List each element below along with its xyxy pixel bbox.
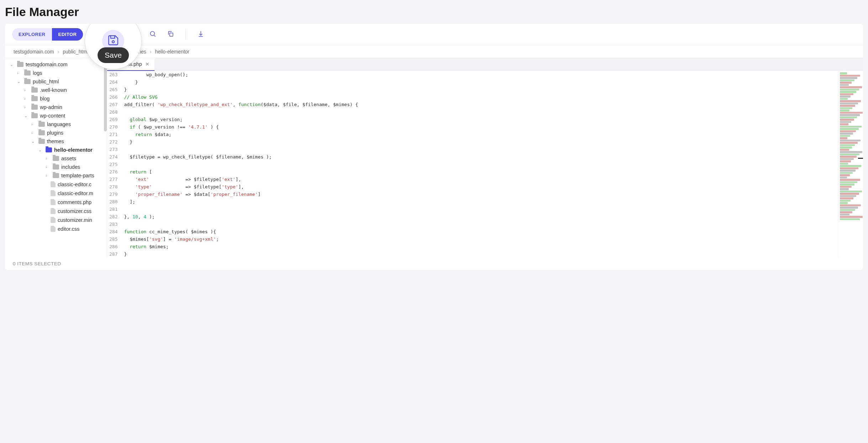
tree-folder-active[interactable]: ⌄hello-elementor xyxy=(5,146,107,154)
status-bar: 0 ITEMS SELECTED xyxy=(5,257,863,270)
tree-file[interactable]: classic-editor.m xyxy=(5,189,107,198)
folder-icon xyxy=(24,79,31,84)
chevron-right-icon[interactable]: › xyxy=(46,173,51,178)
tree-folder[interactable]: ›plugins xyxy=(5,129,107,137)
folder-icon xyxy=(53,173,59,178)
folder-icon xyxy=(53,165,59,170)
toolbar-divider xyxy=(185,30,186,40)
breadcrumb-item[interactable]: public_html xyxy=(63,49,88,54)
chevron-right-icon[interactable]: › xyxy=(46,165,51,169)
tree-folder[interactable]: ›template-parts xyxy=(5,171,107,180)
tree-file[interactable]: comments.php xyxy=(5,198,107,207)
tree-folder[interactable]: ⌄themes xyxy=(5,137,107,146)
chevron-right-icon[interactable]: › xyxy=(24,105,29,109)
svg-rect-2 xyxy=(170,33,173,36)
file-icon xyxy=(51,208,56,214)
file-icon xyxy=(51,181,56,187)
close-icon[interactable]: ✕ xyxy=(145,61,150,67)
folder-icon xyxy=(31,88,38,93)
folder-icon xyxy=(24,71,31,75)
tree-folder[interactable]: ›logs xyxy=(5,69,107,77)
tree-folder[interactable]: ›blog xyxy=(5,94,107,103)
file-icon xyxy=(51,226,56,232)
tree-scrollbar[interactable] xyxy=(104,60,107,131)
toolbar: EXPLORER EDITOR xyxy=(5,24,863,45)
tree-file[interactable]: customizer.min xyxy=(5,215,107,224)
chevron-right-icon[interactable]: › xyxy=(17,71,22,75)
editor-tab[interactable]: EDITOR xyxy=(52,28,83,41)
page-title: File Manager xyxy=(5,5,863,19)
chevron-down-icon[interactable]: ⌄ xyxy=(17,79,22,84)
tree-folder[interactable]: ⌄public_html xyxy=(5,77,107,86)
search-icon xyxy=(149,30,156,39)
folder-icon xyxy=(17,62,23,67)
save-icon xyxy=(107,34,119,48)
save-tooltip: Save xyxy=(98,47,129,63)
resize-handle[interactable] xyxy=(858,158,863,159)
folder-icon xyxy=(46,147,52,152)
file-icon xyxy=(51,217,56,223)
tree-folder[interactable]: ›languages xyxy=(5,120,107,129)
explorer-tab[interactable]: EXPLORER xyxy=(12,28,52,41)
download-button[interactable] xyxy=(197,30,205,39)
chevron-down-icon[interactable]: ⌄ xyxy=(31,139,36,144)
chevron-down-icon[interactable]: ⌄ xyxy=(10,62,15,67)
tree-file[interactable]: classic-editor.c xyxy=(5,180,107,189)
breadcrumb-item[interactable]: testsgdomain.com xyxy=(14,49,54,54)
line-gutter: 2632642652662672682692702712722732742752… xyxy=(107,71,121,257)
chevron-right-icon[interactable]: › xyxy=(24,88,29,92)
svg-point-1 xyxy=(151,31,155,36)
tree-folder[interactable]: ›assets xyxy=(5,154,107,163)
search-button[interactable] xyxy=(148,30,157,39)
copy-button[interactable] xyxy=(166,30,175,39)
chevron-right-icon[interactable]: › xyxy=(24,97,29,101)
folder-icon xyxy=(38,130,45,135)
tree-file[interactable]: editor.css xyxy=(5,224,107,233)
minimap[interactable] xyxy=(838,71,863,257)
folder-icon xyxy=(38,139,45,144)
chevron-down-icon[interactable]: ⌄ xyxy=(24,114,29,118)
breadcrumb-item[interactable]: hello-elementor xyxy=(155,49,190,54)
folder-icon xyxy=(38,122,45,127)
code-editor[interactable]: 2632642652662672682692702712722732742752… xyxy=(107,71,863,257)
file-icon xyxy=(51,190,56,196)
chevron-down-icon[interactable]: ⌄ xyxy=(38,148,43,152)
tree-folder[interactable]: ⌄wp-content xyxy=(5,111,107,120)
copy-icon xyxy=(167,30,174,39)
view-mode-switch: EXPLORER EDITOR xyxy=(12,28,83,41)
folder-icon xyxy=(31,113,38,118)
tree-folder[interactable]: ›includes xyxy=(5,163,107,171)
folder-icon xyxy=(31,96,38,101)
tree-file[interactable]: customizer.css xyxy=(5,207,107,215)
folder-icon xyxy=(31,105,38,110)
file-icon xyxy=(51,199,56,205)
code-area[interactable]: wp_body_open(); }}// Allow SVGadd_filter… xyxy=(121,71,838,257)
folder-icon xyxy=(53,156,59,161)
chevron-right-icon[interactable]: › xyxy=(46,156,51,161)
save-callout: Save xyxy=(85,24,142,69)
tree-folder[interactable]: ›.well-known xyxy=(5,86,107,94)
file-tabs: functions.php ✕ xyxy=(107,58,863,71)
tree-folder[interactable]: ›wp-admin xyxy=(5,103,107,111)
svg-point-0 xyxy=(112,41,114,43)
chevron-right-icon[interactable]: › xyxy=(31,122,36,126)
chevron-right-icon[interactable]: › xyxy=(31,131,36,135)
download-icon xyxy=(197,30,204,39)
file-tree[interactable]: ⌄testsgdomain.com ›logs ⌄public_html ›.w… xyxy=(5,58,107,257)
